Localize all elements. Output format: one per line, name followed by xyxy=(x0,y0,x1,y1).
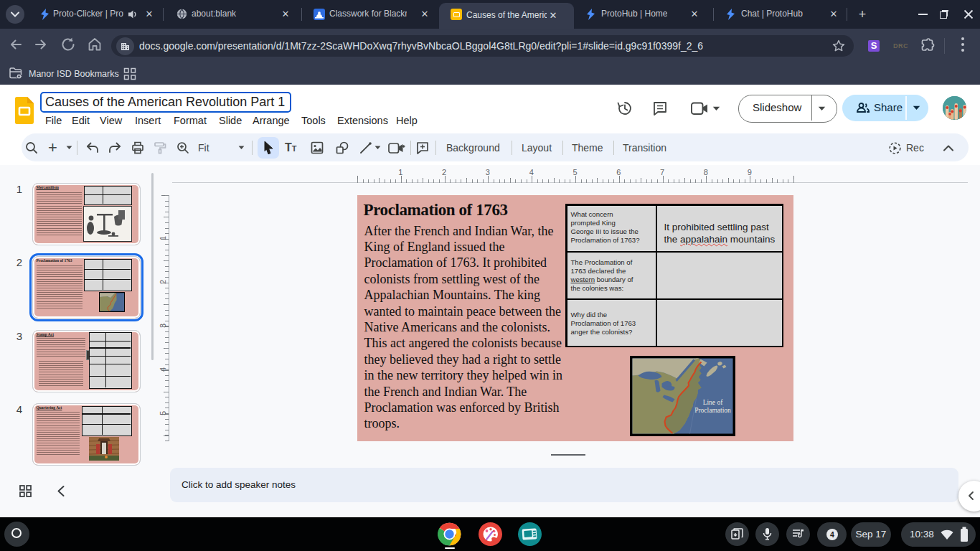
svg-text:Proclamation: Proclamation xyxy=(694,406,731,413)
svg-text:Line of: Line of xyxy=(702,398,723,405)
